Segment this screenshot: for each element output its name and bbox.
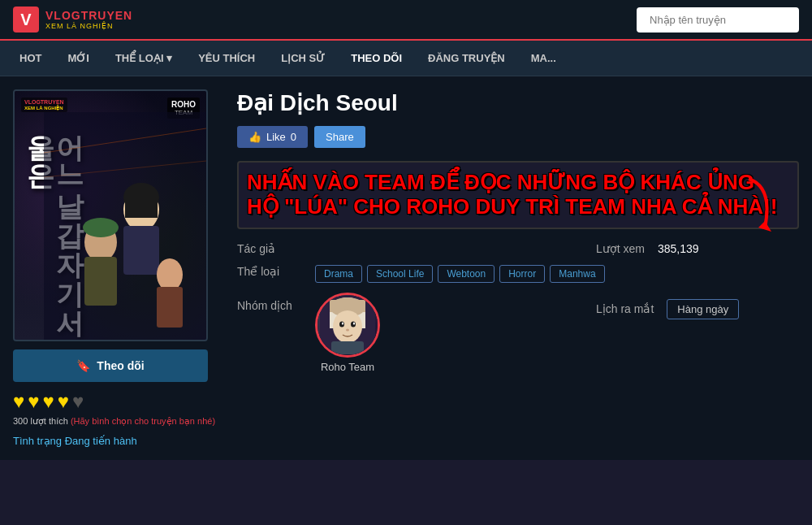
nav-dang-truyen[interactable]: ĐĂNG TRUYỆN [415,41,518,76]
logo-icon: V [13,7,39,33]
svg-rect-4 [125,202,158,218]
main-content: VLOGTRUYEN XEM LÀ NGHIỆN ROHO TEAM 어느날갑자… [0,76,812,460]
rating-info: 300 lượt thích (Hãy bình chọn cho truyện… [13,416,224,427]
cover-illustration [44,112,206,340]
svg-point-20 [351,321,356,327]
search-input[interactable] [637,7,799,33]
header: V VLOGTRUYEN XEM LÀ NGHIỆN [0,0,812,41]
manga-title: Đại Dịch Seoul [237,89,799,116]
watermark-bottom: XEM LÀ NGHIỆN [24,105,64,111]
heart-4[interactable]: ♥ [58,390,69,413]
bookmark-icon: 🔖 [76,359,90,372]
nav-hot[interactable]: HOT [6,41,54,76]
nav-moi[interactable]: MỚI [54,41,102,76]
svg-rect-7 [84,257,117,306]
svg-point-18 [333,310,362,343]
svg-point-8 [157,258,183,291]
the-loai-label: Thể loại [237,265,302,278]
logo-bottom: XEM LÀ NGHIỆN [45,22,132,30]
logo-text: VLOGTRUYEN XEM LÀ NGHIỆN [45,9,132,30]
thumbs-up-icon: 👍 [248,131,261,143]
like-count: 0 [291,131,296,143]
watermark-top: VLOGTRUYEN [24,99,64,105]
nhom-dich-label: Nhóm dịch [237,293,302,312]
group-avatar-img [320,296,375,354]
like-button[interactable]: 👍 Like 0 [237,126,308,148]
logo-area: V VLOGTRUYEN XEM LÀ NGHIỆN [13,7,132,33]
lich-ra-mat-label: Lịch ra mắt [596,302,654,315]
nav-more[interactable]: MA... [518,41,569,76]
svg-point-22 [353,322,355,324]
lich-ra-mat-group: Lịch ra mắt Hàng ngày [596,293,799,319]
nhom-dich-container: Roho Team [315,293,380,373]
the-loai-row: Thể loại Drama School Life Webtoon Horro… [237,265,799,283]
heart-3[interactable]: ♥ [43,390,54,413]
tac-gia-row: Tác giả Lượt xem 385,139 [237,242,799,255]
tinh-trang-value: Đang tiến hành [65,435,137,447]
genre-webtoon[interactable]: Webtoon [438,265,495,283]
svg-rect-9 [157,287,183,328]
cover-watermark: VLOGTRUYEN XEM LÀ NGHIỆN [21,98,67,112]
svg-marker-12 [758,221,771,232]
tinh-trang-label: Tình trạng [13,435,62,447]
nav-theo-doi[interactable]: THEO DÕI [338,41,415,76]
genre-drama[interactable]: Drama [315,265,362,283]
group-name: Roho Team [321,361,374,373]
svg-rect-24 [331,341,364,354]
action-buttons: 👍 Like 0 Share [237,126,799,148]
nav-the-loai[interactable]: THỂ LOẠI ▾ [102,41,185,76]
share-button[interactable]: Share [314,126,365,148]
genre-tags: Drama School Life Webtoon Horror Manhwa [315,265,605,283]
heart-5[interactable]: ♥ [72,390,84,413]
svg-point-6 [83,218,119,237]
group-wrapper: Roho Team [315,293,380,373]
promo-text: NHẤN VÀO TEAM ĐỂ ĐỌC NHỮNG BỘ KHÁC ỦNG H… [247,171,789,219]
genre-school[interactable]: School Life [367,265,433,283]
luot-xem-label: Lượt xem [596,242,645,255]
theo-doi-label: Theo dõi [97,359,144,372]
promo-line1: NHẤN VÀO TEAM ĐỂ ĐỌC NHỮNG BỘ KHÁC ỦNG [247,171,789,195]
svg-point-23 [346,328,349,331]
roho-badge-big: ROHO [171,100,196,109]
rating-hint: (Hãy bình chọn cho truyện bạn nhé) [71,416,215,426]
svg-point-21 [342,322,343,324]
like-label: Like [266,131,286,143]
promo-line2: HỘ "LÚA" CHO ROHO DUY TRÌ TEAM NHA CẢ NH… [247,195,789,219]
right-panel: Đại Dịch Seoul 👍 Like 0 Share NHẤN VÀO T… [237,89,799,447]
luot-xem-value: 385,139 [658,242,699,255]
logo-top: VLOGTRUYEN [45,9,132,22]
svg-point-19 [339,321,344,327]
info-section: Tác giả Lượt xem 385,139 Thể loại Drama … [237,242,799,373]
heart-2[interactable]: ♥ [28,390,39,413]
nav-bar: HOT MỚI THỂ LOẠI ▾ YÊU THÍCH LỊCH SỬ THE… [0,41,812,76]
genre-horror[interactable]: Horror [499,265,545,283]
theo-doi-button[interactable]: 🔖 Theo dõi [13,349,208,382]
manga-cover: VLOGTRUYEN XEM LÀ NGHIỆN ROHO TEAM 어느날갑자… [13,89,208,341]
svg-rect-17 [330,300,365,312]
left-panel: VLOGTRUYEN XEM LÀ NGHIỆN ROHO TEAM 어느날갑자… [13,89,224,447]
group-avatar[interactable] [315,293,380,358]
nav-yeu-thich[interactable]: YÊU THÍCH [185,41,268,76]
nhom-dich-row: Nhóm dịch [237,293,799,373]
genre-manhwa[interactable]: Manhwa [550,265,604,283]
tac-gia-label: Tác giả [237,242,302,255]
heart-1[interactable]: ♥ [13,390,24,413]
luot-xem-group: Lượt xem 385,139 [596,242,799,255]
nav-lich-su[interactable]: LỊCH SỬ [268,41,338,76]
promo-banner: NHẤN VÀO TEAM ĐỂ ĐỌC NHỮNG BỘ KHÁC ỦNG H… [237,161,799,229]
svg-rect-2 [123,226,159,275]
tinh-trang-row: Tình trạng Đang tiến hành [13,435,224,447]
rating-count: 300 lượt thích [13,416,68,426]
hearts-container: ♥ ♥ ♥ ♥ ♥ [13,390,224,413]
lich-ra-mat-value: Hàng ngày [667,299,739,319]
